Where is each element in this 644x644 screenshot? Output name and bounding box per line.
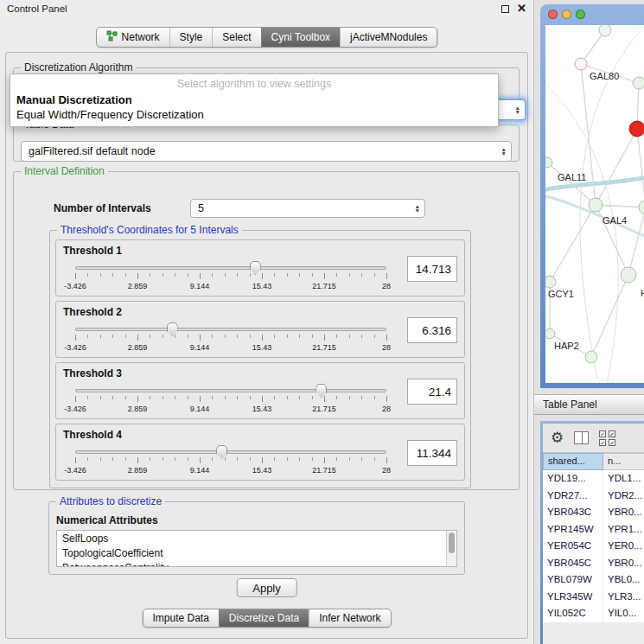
column-header-name[interactable]: n... — [603, 453, 644, 470]
window-minimize-button[interactable] — [562, 10, 571, 19]
network-node[interactable] — [575, 58, 587, 70]
tab-infer-network[interactable]: Infer Network — [309, 609, 390, 627]
stepper-icon: ▲▼ — [515, 105, 520, 114]
network-edge — [591, 275, 628, 357]
node-label: GAL11 — [558, 172, 586, 182]
threshold-1-value-field[interactable] — [407, 256, 457, 282]
window-close-button[interactable] — [548, 10, 558, 19]
number-of-intervals-label: Number of Intervals — [54, 202, 151, 214]
tab-cyni-toolbox[interactable]: Cyni Toolbox — [261, 28, 340, 47]
scrollbar-thumb[interactable] — [449, 532, 455, 553]
number-of-intervals-combobox[interactable]: 5 ▲▼ — [190, 199, 425, 218]
threshold-1-slider[interactable]: -3.4262.8599.14415.4321.71528 — [75, 261, 386, 296]
network-node[interactable] — [589, 198, 603, 212]
list-scrollbar[interactable] — [446, 531, 456, 566]
threshold-3-slider[interactable]: -3.4262.8599.14415.4321.71528 — [75, 384, 386, 418]
network-node[interactable] — [545, 328, 555, 339]
group-title: Attributes to discretize — [56, 495, 165, 507]
network-edge — [637, 129, 644, 207]
cell: YER054C — [543, 538, 603, 555]
threshold-2-slider[interactable]: -3.4262.8599.14415.4321.71528 — [75, 322, 386, 357]
threshold-2-value-field[interactable] — [407, 317, 457, 343]
close-icon[interactable]: ✕ — [517, 4, 526, 13]
table-row[interactable]: YIL052CYIL0... — [543, 605, 644, 622]
gear-icon[interactable]: ⚙ — [551, 430, 564, 445]
column-header-shared-name[interactable]: shared... — [543, 453, 603, 470]
tick-label: 9.144 — [190, 343, 210, 352]
cell: YIL052C — [543, 605, 603, 622]
tab-jactivemnodules[interactable]: jActiveMNodules — [340, 28, 437, 47]
tab-discretize-data[interactable]: Discretize Data — [219, 609, 309, 627]
list-item[interactable]: TopologicalCoefficient — [57, 545, 456, 560]
threshold-4-value-field[interactable] — [407, 440, 457, 466]
window-zoom-button[interactable] — [576, 10, 585, 19]
slider-track[interactable] — [75, 450, 386, 454]
slider-track[interactable] — [75, 266, 386, 270]
tab-impute-data[interactable]: Impute Data — [143, 609, 218, 627]
network-node[interactable] — [629, 121, 644, 137]
threshold-label: Threshold 1 — [63, 245, 122, 257]
network-edge — [550, 205, 596, 282]
tab-style[interactable]: Style — [169, 28, 213, 47]
table-row[interactable]: YDR27...YDR2... — [543, 488, 644, 505]
table-row[interactable]: YPR145WYPR1... — [543, 521, 644, 539]
network-edge — [628, 207, 644, 275]
network-node[interactable] — [545, 276, 556, 288]
cell: YLR3... — [603, 589, 644, 606]
network-node[interactable] — [633, 77, 644, 89]
network-node[interactable] — [585, 351, 597, 363]
cell: YDR27... — [543, 488, 603, 505]
threshold-4-slider[interactable]: -3.4262.8599.14415.4321.71528 — [75, 445, 386, 480]
cell: YPR145W — [543, 521, 603, 539]
threshold-label: Threshold 2 — [63, 306, 122, 318]
slider-scale-labels: -3.4262.8599.14415.4321.71528 — [75, 466, 386, 475]
node-label: GAL80 — [590, 71, 619, 81]
table-row[interactable]: YBR045CYBR0... — [543, 555, 644, 572]
table-data-combobox[interactable]: galFiltered.sif default node ▲▼ — [21, 141, 512, 162]
checkbox-icon: ✓ — [599, 439, 606, 446]
column-checkboxes-icon[interactable]: ✓ ✓ ✓ ✓ — [599, 430, 616, 446]
table-panel-header: Table Panel — [534, 394, 644, 415]
network-node[interactable] — [639, 201, 644, 214]
control-panel-window: Control Panel ✕ Network Style Select Cyn… — [0, 0, 534, 644]
stepper-icon: ▲▼ — [415, 204, 420, 213]
columns-icon[interactable] — [574, 431, 589, 444]
network-canvas[interactable]: GAL80GAL11GAL4GCY1HHAP2 — [545, 25, 644, 383]
threshold-3-value-field[interactable] — [407, 379, 457, 405]
apply-button[interactable]: Apply — [236, 578, 297, 597]
dropdown-option-manual[interactable]: Manual Discretization — [10, 92, 498, 107]
list-item[interactable]: BetweennessCentrality — [57, 560, 456, 567]
cell: YER0... — [603, 538, 644, 555]
tab-select[interactable]: Select — [212, 28, 260, 47]
tick-label: -3.426 — [64, 405, 86, 413]
network-node[interactable] — [621, 267, 636, 283]
float-window-icon[interactable] — [501, 5, 509, 13]
table-row[interactable]: YER054CYER0... — [543, 538, 644, 555]
slider-track[interactable] — [75, 389, 386, 392]
node-label: HAP2 — [554, 341, 579, 351]
tick-label: 2.859 — [128, 343, 148, 352]
tab-network[interactable]: Network — [97, 28, 169, 47]
combobox-value: 5 — [198, 202, 204, 214]
table-header-row: shared... n... — [543, 453, 644, 470]
list-item[interactable]: SelfLoops — [57, 531, 456, 545]
window-controls — [548, 10, 585, 19]
table-row[interactable]: YDL19...YDL1... — [543, 470, 644, 488]
tick-label: 21.715 — [312, 343, 336, 352]
tab-label: Infer Network — [319, 612, 380, 624]
tick-label: 9.144 — [190, 466, 210, 475]
dropdown-option-equal-width[interactable]: Equal Width/Frequency Discretization — [10, 107, 498, 122]
table-row[interactable]: YBR043CYBR0... — [543, 504, 644, 521]
network-node[interactable] — [545, 157, 552, 168]
slider-ticks — [75, 396, 386, 403]
network-node[interactable] — [599, 25, 611, 36]
cell: YPR1... — [603, 521, 644, 539]
table-row[interactable]: YBL079WYBL0... — [543, 571, 644, 589]
node-label: GCY1 — [548, 289, 574, 299]
tab-label: Discretize Data — [229, 612, 299, 624]
slider-scale-labels: -3.4262.8599.14415.4321.71528 — [75, 282, 386, 290]
table-toolbar: ⚙ ✓ ✓ ✓ ✓ — [543, 424, 644, 453]
slider-track[interactable] — [75, 328, 386, 331]
tick-label: 28 — [382, 466, 391, 475]
table-row[interactable]: YLR345WYLR3... — [543, 589, 644, 606]
